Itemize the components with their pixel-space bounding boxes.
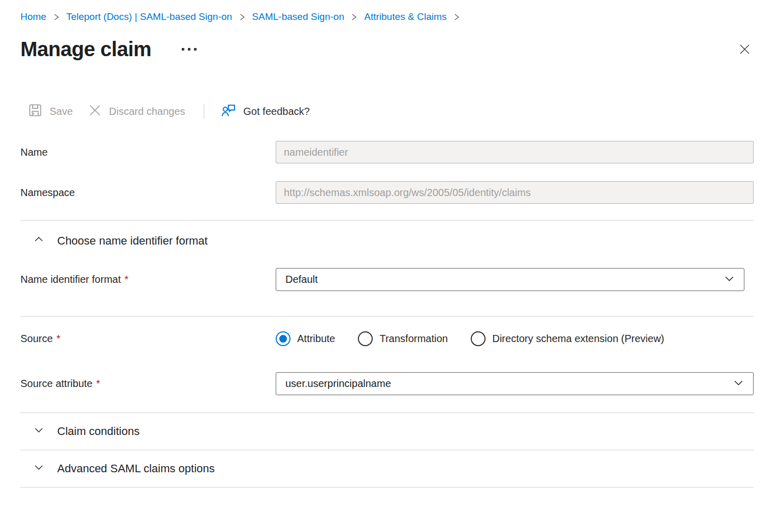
name-identifier-format-label: Name identifier format* (20, 274, 276, 285)
source-attribute-row: Source attribute* user.userprincipalname (20, 372, 754, 395)
discard-changes-button[interactable]: Discard changes (80, 100, 192, 124)
radio-label: Directory schema extension (Preview) (492, 333, 664, 345)
chevron-down-icon (33, 424, 45, 439)
radio-label: Attribute (297, 333, 335, 345)
name-identifier-format-row: Name identifier format* Default (20, 268, 754, 291)
name-label: Name (20, 147, 276, 158)
name-identifier-format-dropdown[interactable]: Default (276, 268, 744, 291)
name-field-row: Name (20, 141, 754, 163)
chevron-right-icon (239, 13, 246, 21)
divider (20, 316, 754, 317)
namespace-field-row: Namespace (20, 181, 754, 204)
section-advanced-saml-claims-options[interactable]: Advanced SAML claims options (20, 450, 754, 487)
required-asterisk: * (125, 274, 129, 285)
divider (20, 220, 754, 221)
chevron-down-icon (723, 272, 736, 287)
feedback-icon (221, 102, 237, 121)
name-input[interactable] (276, 141, 754, 163)
more-options-icon[interactable] (179, 45, 200, 54)
source-attribute-label: Source attribute* (20, 378, 276, 390)
chevron-right-icon (53, 13, 60, 21)
x-icon (87, 103, 103, 120)
radio-label: Transformation (379, 333, 448, 345)
radio-button-icon (358, 331, 373, 346)
source-label: Source* (20, 333, 276, 345)
dropdown-selected-value: user.userprincipalname (285, 378, 391, 390)
section-title: Claim conditions (57, 425, 139, 438)
namespace-label: Namespace (20, 187, 276, 199)
save-button[interactable]: Save (20, 100, 80, 124)
chevron-up-icon (33, 233, 45, 249)
breadcrumb-app-link[interactable]: Teleport (Docs) | SAML-based Sign-on (66, 11, 232, 22)
dropdown-selected-value: Default (285, 274, 318, 285)
section-claim-conditions[interactable]: Claim conditions (20, 413, 754, 450)
breadcrumb: Home Teleport (Docs) | SAML-based Sign-o… (20, 0, 754, 22)
source-attribute-dropdown[interactable]: user.userprincipalname (276, 372, 754, 395)
section-choose-name-identifier-format[interactable]: Choose name identifier format (20, 225, 754, 257)
required-asterisk: * (56, 333, 60, 344)
breadcrumb-attributes-claims-link[interactable]: Attributes & Claims (364, 11, 447, 22)
radio-transformation[interactable]: Transformation (358, 331, 448, 346)
manage-claim-pane: Home Teleport (Docs) | SAML-based Sign-o… (0, 0, 774, 488)
page-title: Manage claim (20, 36, 151, 62)
chevron-right-icon (453, 13, 460, 21)
required-asterisk: * (96, 378, 100, 389)
got-feedback-label: Got feedback? (244, 106, 310, 117)
title-row: Manage claim (20, 36, 754, 62)
breadcrumb-home-link[interactable]: Home (20, 11, 46, 22)
breadcrumb-saml-signon-link[interactable]: SAML-based Sign-on (252, 11, 345, 22)
toolbar-divider (204, 104, 204, 119)
close-icon[interactable] (736, 40, 754, 58)
section-title: Choose name identifier format (57, 234, 208, 248)
radio-button-icon (276, 331, 291, 346)
source-row: Source* Attribute Transformation Directo… (20, 327, 754, 350)
save-icon (28, 103, 43, 120)
source-radio-group: Attribute Transformation Directory schem… (276, 331, 664, 346)
chevron-down-icon (33, 461, 45, 476)
radio-attribute[interactable]: Attribute (276, 331, 335, 346)
section-title: Advanced SAML claims options (57, 462, 215, 475)
save-button-label: Save (50, 106, 73, 117)
chevron-down-icon (732, 376, 745, 392)
discard-changes-label: Discard changes (109, 106, 185, 117)
chevron-right-icon (351, 13, 357, 21)
divider (20, 487, 754, 488)
command-bar: Save Discard changes Got feedback? (20, 99, 754, 124)
namespace-input[interactable] (276, 181, 754, 204)
got-feedback-button[interactable]: Got feedback? (213, 99, 317, 124)
radio-button-icon (471, 331, 486, 346)
radio-directory-schema-extension[interactable]: Directory schema extension (Preview) (471, 331, 664, 346)
